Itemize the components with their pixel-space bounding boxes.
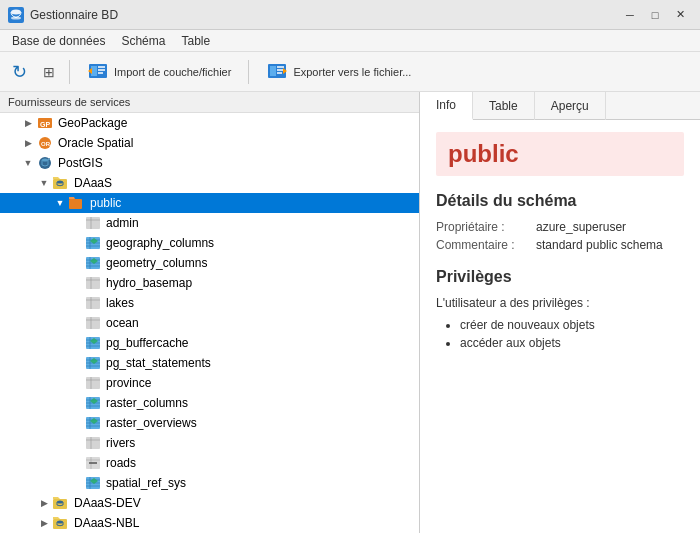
expand-daas-nbl: ▶ <box>36 513 52 533</box>
daas-nbl-icon <box>52 514 70 532</box>
privilege-list: créer de nouveaux objets accéder aux obj… <box>460 318 684 350</box>
tree-label-rivers: rivers <box>106 436 135 450</box>
comment-row: Commentaire : standard public schema <box>436 238 684 252</box>
filter-icon: ⊞ <box>43 64 55 80</box>
title-bar: Gestionnaire BD ─ □ ✕ <box>0 0 700 30</box>
expand-raster-overviews <box>68 413 84 433</box>
tree-item-pg-stat-statements[interactable]: pg_stat_statements <box>0 353 419 373</box>
expand-pg-buffercache <box>68 333 84 353</box>
tree-item-raster-overviews[interactable]: raster_overviews <box>0 413 419 433</box>
tree-label-lakes: lakes <box>106 296 134 310</box>
tab-table[interactable]: Table <box>473 92 535 120</box>
tree-label-daas-nbl: DAaaS-NBL <box>74 516 139 530</box>
expand-public: ▼ <box>52 193 68 213</box>
roads-icon <box>84 454 102 472</box>
geometry-columns-icon <box>84 254 102 272</box>
tree-item-rivers[interactable]: rivers <box>0 433 419 453</box>
menu-schema[interactable]: Schéma <box>113 30 173 51</box>
pg-buffercache-icon <box>84 334 102 352</box>
tree-label-spatial-ref-sys: spatial_ref_sys <box>106 476 186 490</box>
svg-point-23 <box>57 181 63 184</box>
expand-oracle: ▶ <box>20 133 36 153</box>
oracle-icon: ORA <box>36 134 54 152</box>
svg-rect-12 <box>277 72 282 74</box>
tree-item-ocean[interactable]: ocean <box>0 313 419 333</box>
export-button[interactable]: Exporter vers le fichier... <box>257 57 420 87</box>
expand-province <box>68 373 84 393</box>
privilege-item-1: accéder aux objets <box>460 336 684 350</box>
expand-ocean <box>68 313 84 333</box>
tree-item-lakes[interactable]: lakes <box>0 293 419 313</box>
tree-label-pg-buffercache: pg_buffercache <box>106 336 189 350</box>
refresh-icon: ↻ <box>12 63 27 81</box>
toolbar-separator-1 <box>69 60 70 84</box>
tree-item-spatial-ref-sys[interactable]: spatial_ref_sys <box>0 473 419 493</box>
svg-point-19 <box>42 159 48 162</box>
tree-label-hydro-basemap: hydro_basemap <box>106 276 192 290</box>
svg-rect-24 <box>69 199 82 209</box>
refresh-button[interactable]: ↻ <box>6 57 33 87</box>
tree-label-oracle: Oracle Spatial <box>58 136 133 150</box>
expand-roads <box>68 453 84 473</box>
tree-label-raster-columns: raster_columns <box>106 396 188 410</box>
tree-item-geography-columns[interactable]: geography_columns <box>0 233 419 253</box>
svg-rect-77 <box>86 437 100 449</box>
tree-label-ocean: ocean <box>106 316 139 330</box>
info-tab-content: public Détails du schéma Propriétaire : … <box>420 120 700 533</box>
tree-item-geopackage[interactable]: ▶ GP GeoPackage <box>0 113 419 133</box>
tree-item-province[interactable]: province <box>0 373 419 393</box>
maximize-button[interactable]: □ <box>643 5 667 25</box>
expand-spatial-ref-sys <box>68 473 84 493</box>
owner-value: azure_superuser <box>536 220 626 234</box>
tree-item-geometry-columns[interactable]: geometry_columns <box>0 253 419 273</box>
tree-item-pg-buffercache[interactable]: pg_buffercache <box>0 333 419 353</box>
tree-label-geopackage: GeoPackage <box>58 116 127 130</box>
svg-point-1 <box>11 16 21 19</box>
tree-item-postgis[interactable]: ▼ PostGIS <box>0 153 419 173</box>
svg-rect-10 <box>277 66 284 68</box>
admin-icon <box>84 214 102 232</box>
tree-label-geography-columns: geography_columns <box>106 236 214 250</box>
expand-rivers <box>68 433 84 453</box>
tree-item-daas[interactable]: ▼ DAaaS <box>0 173 419 193</box>
close-button[interactable]: ✕ <box>668 5 692 25</box>
tree-item-daas-nbl[interactable]: ▶ DAaaS-NBL <box>0 513 419 533</box>
import-button[interactable]: Import de couche/fichier <box>78 57 240 87</box>
svg-rect-11 <box>277 69 284 71</box>
menu-table[interactable]: Table <box>173 30 218 51</box>
tree-item-daas-dev[interactable]: ▶ DAaaS-DEV <box>0 493 419 513</box>
geography-columns-icon <box>84 234 102 252</box>
geopackage-icon: GP <box>36 114 54 132</box>
tree-item-hydro-basemap[interactable]: hydro_basemap <box>0 273 419 293</box>
toolbar: ↻ ⊞ Import de couche/fichier <box>0 52 700 92</box>
tree-item-roads[interactable]: roads <box>0 453 419 473</box>
expand-hydro-basemap <box>68 273 84 293</box>
tree-container[interactable]: ▶ GP GeoPackage ▶ ORA Or <box>0 113 419 533</box>
svg-rect-4 <box>98 66 105 68</box>
tree-item-oracle[interactable]: ▶ ORA Oracle Spatial <box>0 133 419 153</box>
import-label: Import de couche/fichier <box>114 66 231 78</box>
privileges-section-title: Privilèges <box>436 268 684 286</box>
tree-item-public[interactable]: ▼ public <box>0 193 419 213</box>
svg-marker-94 <box>53 517 60 519</box>
schema-name: public <box>436 132 684 176</box>
minimize-button[interactable]: ─ <box>618 5 642 25</box>
panel-header: Fournisseurs de services <box>0 92 419 113</box>
owner-row: Propriétaire : azure_superuser <box>436 220 684 234</box>
menu-database[interactable]: Base de données <box>4 30 113 51</box>
svg-text:GP: GP <box>40 121 50 128</box>
tab-info[interactable]: Info <box>420 92 473 120</box>
svg-rect-47 <box>86 317 100 329</box>
tree-item-admin[interactable]: admin <box>0 213 419 233</box>
app-title: Gestionnaire BD <box>30 8 618 22</box>
svg-marker-22 <box>53 177 60 179</box>
svg-point-0 <box>11 9 21 14</box>
lakes-icon <box>84 294 102 312</box>
filter-button[interactable]: ⊞ <box>37 57 61 87</box>
tree-item-raster-columns[interactable]: raster_columns <box>0 393 419 413</box>
svg-marker-25 <box>69 197 75 199</box>
tab-apercu[interactable]: Aperçu <box>535 92 606 120</box>
svg-rect-62 <box>86 377 100 389</box>
tree-label-daas: DAaaS <box>74 176 112 190</box>
comment-label: Commentaire : <box>436 238 536 252</box>
